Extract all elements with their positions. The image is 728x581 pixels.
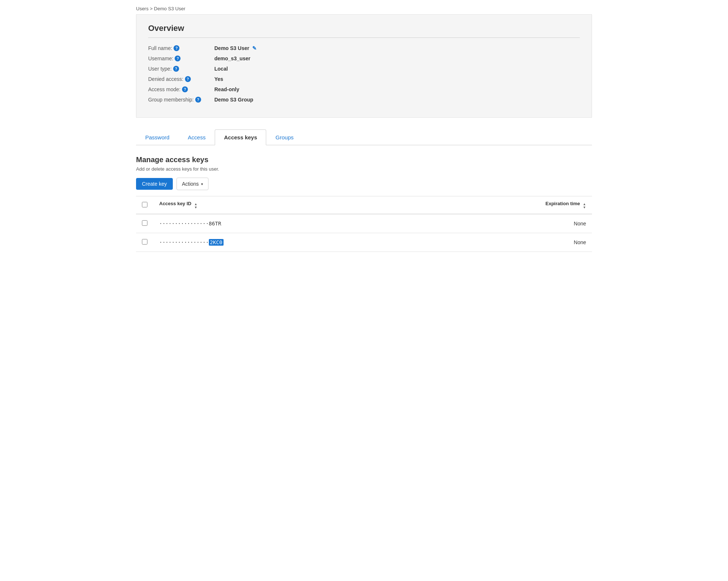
row1-checkbox-cell xyxy=(136,214,153,233)
overview-value-fullname: Demo S3 User ✎ xyxy=(214,45,257,51)
overview-value-usertype: Local xyxy=(214,66,228,72)
overview-label-accessmode: Access mode: ? xyxy=(148,86,214,92)
tab-access[interactable]: Access xyxy=(179,129,215,145)
overview-label-username: Username: ? xyxy=(148,56,214,61)
row2-expiration: None xyxy=(376,233,592,252)
toolbar: Create key Actions ▾ xyxy=(136,178,592,190)
row1-key-id-text: ················86TR xyxy=(159,221,221,227)
overview-row-fullname: Full name: ? Demo S3 User ✎ xyxy=(148,45,580,51)
select-all-checkbox[interactable] xyxy=(142,202,147,207)
create-key-button[interactable]: Create key xyxy=(136,178,173,190)
row1-access-key-id: ················86TR xyxy=(153,214,376,233)
overview-value-username: demo_s3_user xyxy=(214,56,250,61)
row2-key-id-text: ················2KC0 xyxy=(159,239,224,246)
help-icon-accessmode[interactable]: ? xyxy=(182,86,188,92)
overview-value-denied: Yes xyxy=(214,76,223,82)
overview-label-usertype: User type: ? xyxy=(148,66,214,72)
th-access-key-id[interactable]: Access key ID ▲ ▼ xyxy=(153,196,376,214)
help-icon-username[interactable]: ? xyxy=(175,56,181,61)
help-icon-group[interactable]: ? xyxy=(195,97,201,103)
tabs-container: Password Access Access keys Groups xyxy=(136,129,592,145)
tab-groups[interactable]: Groups xyxy=(266,129,303,145)
overview-row-group: Group membership: ? Demo S3 Group xyxy=(148,97,580,103)
sort-icon-expiration: ▲ ▼ xyxy=(583,203,586,209)
tab-password[interactable]: Password xyxy=(136,129,179,145)
help-icon-denied[interactable]: ? xyxy=(185,76,191,82)
overview-row-denied: Denied access: ? Yes xyxy=(148,76,580,82)
chevron-down-icon: ▾ xyxy=(201,182,203,186)
overview-label-group: Group membership: ? xyxy=(148,97,214,103)
overview-value-accessmode: Read-only xyxy=(214,86,239,92)
breadcrumb: Users > Demo S3 User xyxy=(136,0,592,14)
overview-label-fullname: Full name: ? xyxy=(148,45,214,51)
access-keys-table: Access key ID ▲ ▼ Expiration time ▲ ▼ xyxy=(136,196,592,252)
row2-checkbox[interactable] xyxy=(142,239,147,245)
manage-section-subtitle: Add or delete access keys for this user. xyxy=(136,166,592,172)
row2-access-key-id: ················2KC0 xyxy=(153,233,376,252)
th-checkbox xyxy=(136,196,153,214)
row1-checkbox[interactable] xyxy=(142,220,147,226)
overview-value-group: Demo S3 Group xyxy=(214,97,253,103)
row2-key-id-highlighted: 2KC0 xyxy=(209,239,224,246)
sort-icon-access-key-id: ▲ ▼ xyxy=(194,203,197,209)
breadcrumb-current: Demo S3 User xyxy=(154,6,185,11)
breadcrumb-parent[interactable]: Users xyxy=(136,6,149,11)
row1-expiration: None xyxy=(376,214,592,233)
table-header-row: Access key ID ▲ ▼ Expiration time ▲ ▼ xyxy=(136,196,592,214)
help-icon-fullname[interactable]: ? xyxy=(174,45,179,51)
actions-label: Actions xyxy=(182,181,199,187)
tab-access-keys[interactable]: Access keys xyxy=(215,129,266,145)
row2-checkbox-cell xyxy=(136,233,153,252)
manage-section: Manage access keys Add or delete access … xyxy=(136,156,592,252)
edit-icon-fullname[interactable]: ✎ xyxy=(252,45,257,51)
table-row: ················2KC0 None xyxy=(136,233,592,252)
overview-row-usertype: User type: ? Local xyxy=(148,66,580,72)
overview-row-username: Username: ? demo_s3_user xyxy=(148,56,580,61)
overview-title: Overview xyxy=(148,24,580,38)
table-row: ················86TR None xyxy=(136,214,592,233)
overview-section: Overview Full name: ? Demo S3 User ✎ Use… xyxy=(136,14,592,118)
actions-button[interactable]: Actions ▾ xyxy=(176,178,208,190)
th-expiration-time[interactable]: Expiration time ▲ ▼ xyxy=(376,196,592,214)
manage-section-title: Manage access keys xyxy=(136,156,592,164)
help-icon-usertype[interactable]: ? xyxy=(173,66,179,72)
breadcrumb-separator: > xyxy=(150,6,154,11)
overview-row-accessmode: Access mode: ? Read-only xyxy=(148,86,580,92)
overview-label-denied: Denied access: ? xyxy=(148,76,214,82)
